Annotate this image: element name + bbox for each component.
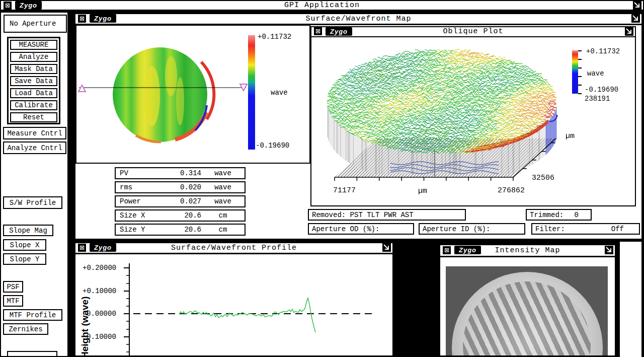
stat-row-rms: rms0.020wave — [115, 181, 246, 193]
intensity-map-window: ⊠ Zygo Intensity Map — [439, 244, 616, 357]
mask-data-button[interactable]: Mask Data — [10, 64, 57, 74]
measure-button-group: MEASURE Analyze Mask Data Save Data Load… — [7, 37, 60, 124]
profile-titlebar: ⊠ Zygo Surface/Wavefront Profile — [75, 243, 392, 254]
map-colorbar — [248, 35, 255, 150]
trimmed-box: Trimmed: 0 — [526, 209, 592, 221]
analyze-button[interactable]: Analyze — [10, 52, 57, 62]
profile-ytick-3: 0.10000 — [87, 333, 116, 341]
profile-title: Surface/Wavefront Profile — [75, 244, 392, 252]
load-data-button[interactable]: Load Data — [10, 88, 57, 98]
oblique-title: Oblique Plot — [311, 27, 635, 36]
pushpin-icon[interactable] — [605, 246, 613, 254]
sidebar-partial-box — [7, 351, 57, 356]
profile-ytick-2: 0.00000 — [87, 310, 116, 318]
mtf-profile-button[interactable]: MTF Profile — [3, 309, 62, 321]
zernikes-button[interactable]: Zernikes — [3, 323, 48, 335]
aperture-od-field[interactable]: Aperture OD (%): — [308, 223, 414, 235]
oblique-colorbar-units: wave — [587, 69, 604, 78]
removed-terms-box: Removed: PST TLT PWR AST — [308, 209, 466, 221]
oblique-3d-plot — [311, 37, 573, 193]
map-colorbar-max: +0.11732 — [258, 33, 291, 41]
sidebar: No Aperture MEASURE Analyze Mask Data Sa… — [1, 13, 67, 356]
slope-mag-button[interactable]: Slope Mag — [3, 225, 53, 236]
pushpin-icon[interactable] — [382, 243, 391, 252]
sw-profile-button[interactable]: S/W Profile — [3, 196, 62, 209]
oblique-z-units: µm — [566, 132, 575, 140]
map-colorbar-min: -0.19690 — [256, 141, 289, 150]
profile-y-axis-label: Height (wave) — [79, 296, 91, 357]
filter-field[interactable]: Filter: Off — [531, 223, 640, 235]
stat-row-pv: PV0.314wave — [115, 167, 246, 179]
right-background-panel — [620, 242, 641, 357]
aperture-status-box: No Aperture — [4, 15, 67, 33]
oblique-colorbar-max: +0.11732 — [586, 47, 620, 55]
map-colorbar-units: wave — [271, 89, 288, 97]
stat-row-size-x: Size X20.6cm — [115, 209, 246, 222]
profile-ytick-1: +0.10000 — [83, 287, 116, 295]
mtf-button[interactable]: MTF — [3, 295, 23, 307]
main-titlebar: ⊠ Zygo GPI Application — [1, 1, 643, 11]
phase-map-panel: +0.11732 wave -0.19690 — [75, 25, 310, 164]
surface-wavefront-profile-window: ⊠ Zygo Surface/Wavefront Profile — [74, 242, 394, 357]
intensity-titlebar: ⊠ Zygo Intensity Map — [440, 245, 615, 257]
map-window-titlebar: ⊠ Zygo Surface/Wavefront Map — [75, 14, 641, 25]
oblique-colorbar — [572, 50, 578, 94]
oblique-y-depth: 32506 — [532, 174, 554, 182]
stat-row-power: Power0.027wave — [115, 195, 246, 207]
analyze-cntrl-button[interactable]: Analyze Cntrl — [3, 141, 66, 154]
slope-y-button[interactable]: Slope Y — [3, 253, 46, 265]
aperture-id-field[interactable]: Aperture ID (%): — [419, 223, 525, 235]
save-data-button[interactable]: Save Data — [10, 76, 57, 86]
profile-plot-area: +0.20000 +0.10000 0.00000 0.10000 Height… — [75, 254, 392, 355]
slope-x-button[interactable]: Slope X — [3, 239, 46, 251]
pushpin-icon[interactable] — [625, 27, 633, 36]
surface-wavefront-map-window: ⊠ Zygo Surface/Wavefront Map — [74, 13, 643, 240]
profile-plot — [75, 254, 392, 355]
oblique-x-max: 276862 — [498, 186, 525, 195]
measure-button[interactable]: MEASURE — [10, 40, 57, 50]
oblique-titlebar: ⊠ Zygo Oblique Plot — [311, 27, 635, 37]
profile-ytick-0: +0.20000 — [83, 264, 116, 272]
intensity-title: Intensity Map — [440, 246, 615, 255]
oblique-x-units: µm — [418, 187, 427, 195]
calibrate-button[interactable]: Calibrate — [10, 100, 57, 110]
oblique-colorbar-ticks — [578, 50, 582, 94]
oblique-point-count: 238191 — [585, 95, 610, 103]
intensity-fringe-image — [446, 266, 608, 355]
stat-row-size-y: Size Y20.6cm — [115, 224, 246, 236]
measure-cntrl-button[interactable]: Measure Cntrl — [3, 127, 66, 139]
psf-button[interactable]: PSF — [3, 281, 23, 293]
oblique-colorbar-min: -0.19690 — [585, 86, 618, 94]
reset-button[interactable]: Reset — [10, 112, 57, 122]
oblique-x-min: 71177 — [333, 186, 356, 195]
app-title: GPI Application — [1, 1, 643, 10]
gpi-application-root: ⊠ Zygo GPI Application No Aperture MEASU… — [0, 0, 644, 357]
oblique-plot-window: ⊠ Zygo Oblique Plot +0.11732 wave -0.196… — [310, 26, 636, 206]
pushpin-icon[interactable] — [631, 14, 640, 23]
profile-cursor-left[interactable] — [78, 85, 86, 92]
map-window-title: Surface/Wavefront Map — [75, 15, 641, 23]
pushpin-icon[interactable] — [633, 1, 641, 10]
